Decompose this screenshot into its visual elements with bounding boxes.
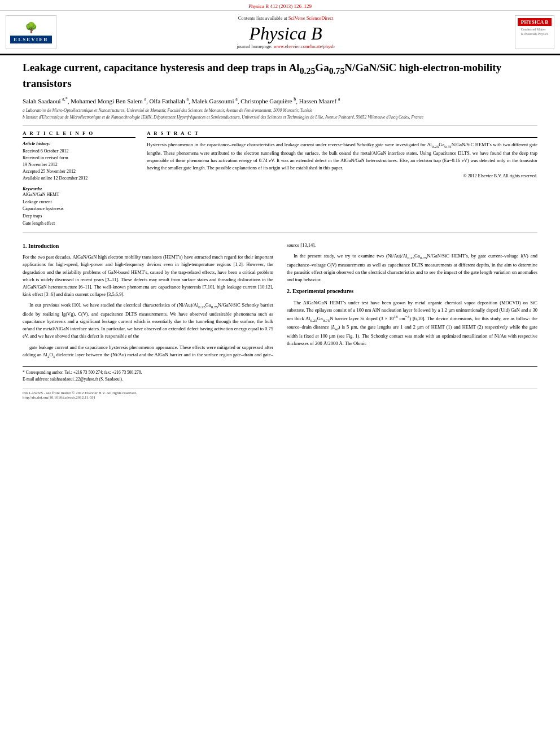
received-date: Received 6 October 2012 (23, 148, 135, 155)
bottom-bar: 0921-4526/$ - see front matter © 2012 El… (23, 388, 537, 400)
info-abstract-section: A R T I C L E I N F O Article history: R… (23, 130, 537, 228)
intro-paragraph-1: For the two past decades, AlGaN/GaN high… (23, 254, 273, 298)
revised-date: 19 November 2012 (23, 161, 135, 168)
history-label: Article history: (23, 141, 135, 146)
affiliation-b: b Institut d'Electronique de Microélectr… (23, 115, 537, 121)
copyright-notice: © 2012 Elsevier B.V. All rights reserved… (147, 173, 537, 178)
contents-label: Contents lists available at (238, 15, 287, 21)
keyword-3: Capacitance hysteresis (23, 206, 135, 213)
abstract-text: Hysteresis phenomenon in the capacitance… (147, 141, 537, 172)
available-online: Available online 12 December 2012 (23, 175, 135, 182)
separator (23, 125, 537, 126)
elsevier-logo: 🌳 ELSEVIER (6, 15, 56, 49)
col2-paragraph-2: In the present study, we try to examine … (287, 252, 537, 283)
section-2-number: 2. Experimental procedures (287, 288, 353, 294)
separator-2 (23, 232, 537, 233)
homepage-url[interactable]: www.elsevier.com/locate/physb (274, 43, 335, 49)
footnote-area: * Corresponding author. Tel.: +216 73 50… (23, 366, 537, 382)
elsevier-wordmark: ELSEVIER (10, 36, 52, 43)
physica-logo-text: PHYSICA B (518, 18, 552, 26)
article-info-heading: A R T I C L E I N F O (23, 130, 135, 138)
accepted-date: Accepted 25 November 2012 (23, 168, 135, 175)
keyword-1: AlGaN/GaN HEMT (23, 191, 135, 199)
physica-logo-lines: Condensed Matter& Materials Physics (521, 27, 549, 37)
journal-header: 🌳 ELSEVIER Contents lists available at S… (0, 11, 560, 55)
article-info-panel: A R T I C L E I N F O Article history: R… (23, 130, 135, 228)
journal-title-area: Contents lists available at SciVerse Sci… (62, 15, 509, 49)
email-note: E-mail address: salahsaadaoui_22@yahoo.f… (23, 376, 537, 382)
abstract-heading: A B S T R A C T (147, 130, 537, 138)
keyword-4: Deep traps (23, 213, 135, 220)
section-1-heading: 1. Introduction (23, 242, 273, 251)
section-2-heading: 2. Experimental procedures (287, 287, 537, 296)
main-content: Leakage current, capacitance hysteresis … (0, 55, 560, 411)
doi-line: http://dx.doi.org/10.1016/j.physb.2012.1… (23, 395, 537, 400)
abstract-panel: A B S T R A C T Hysteresis phenomenon in… (147, 130, 537, 228)
keyword-5: Gate length effect (23, 220, 135, 228)
corresponding-author-note: * Corresponding author. Tel.: +216 73 50… (23, 369, 537, 375)
homepage-label: journal homepage: (237, 43, 273, 49)
keyword-2: Leakage current (23, 199, 135, 206)
issn-line: 0921-4526/$ - see front matter © 2012 El… (23, 391, 537, 395)
section-1-number: 1. Introduction (23, 243, 59, 249)
elsevier-tree-icon: 🌳 (25, 21, 37, 34)
authors-line: Salah Saadaoui a,*, Mohamed Mongi Ben Sa… (23, 97, 537, 104)
affiliation-a: a Laboratoire de Micro-Optoélectronique … (23, 108, 537, 114)
experimental-paragraph-1: The AlGaN/GaN HEMT's under test have bee… (287, 299, 537, 348)
citation-text: Physica B 412 (2013) 126–129 (248, 3, 312, 9)
physica-b-title: Physica B (62, 24, 509, 42)
keywords-label: Keywords: (23, 186, 135, 191)
contents-available-line: Contents lists available at SciVerse Sci… (62, 15, 509, 21)
physica-label: PHYSICA (521, 19, 544, 25)
physica-b-label: B (545, 19, 548, 25)
intro-paragraph-2: In our previous work [10], we have studi… (23, 302, 273, 340)
journal-homepage: journal homepage: www.elsevier.com/locat… (62, 43, 509, 49)
body-content: 1. Introduction For the two past decades… (23, 242, 537, 360)
journal-citation: Physica B 412 (2013) 126–129 (0, 0, 560, 11)
physica-logo-box: PHYSICA B Condensed Matter& Materials Ph… (515, 15, 554, 49)
article-title: Leakage current, capacitance hysteresis … (23, 61, 537, 91)
keywords-section: Keywords: AlGaN/GaN HEMT Leakage current… (23, 186, 135, 228)
revised-label: Received in revised form (23, 155, 135, 161)
sciverse-link[interactable]: SciVerse ScienceDirect (288, 15, 334, 21)
